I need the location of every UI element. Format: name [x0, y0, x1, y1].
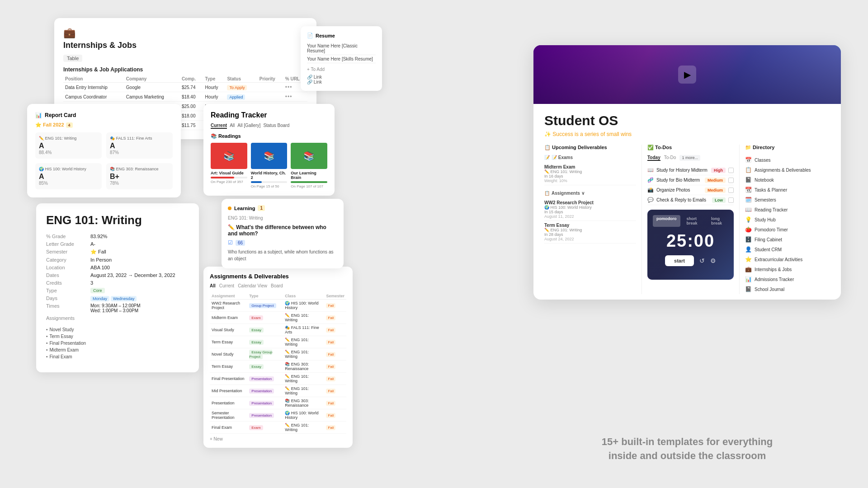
tab-all[interactable]: All [230, 123, 235, 129]
books-row: 📚 Art: Visual Guide On Page 230 of 357 📚… [211, 143, 327, 188]
tab-gallery[interactable]: All [Gallery] [237, 123, 260, 129]
sos-content: Student OS ✨ Success is a series of smal… [533, 104, 841, 300]
dir-icon: 📅 [745, 157, 752, 163]
todo-tab-todo[interactable]: To-Do [664, 155, 676, 161]
dir-item-school-journal[interactable]: 📓School Journal [745, 284, 830, 294]
resume-item-1[interactable]: Your Name Here [Classic Resume] [307, 42, 376, 55]
grade-pct-label: % Grade [46, 234, 87, 239]
book-title: World History, Ch. 2 [251, 171, 288, 180]
tab-board-assignments[interactable]: Board [271, 283, 283, 288]
grade-letter: A [39, 142, 98, 150]
todo-checkbox[interactable] [728, 188, 734, 193]
book-progress-bar [291, 181, 327, 183]
grade-pct: 78% [110, 181, 169, 186]
todo-item: 📖 Study for History Midterm High [647, 165, 734, 175]
dir-item-student-crm[interactable]: 👤Student CRM [745, 244, 830, 254]
cell-asem: Fall [324, 385, 346, 397]
table-tab[interactable]: Table [63, 55, 82, 62]
grade-cell: 📚 ENG 303: RenaissanceB+78% [106, 163, 173, 189]
cell-aname: Presentation [210, 397, 247, 409]
todo-tab-today[interactable]: Today [647, 155, 660, 161]
dir-item-admissions-tracker[interactable]: 📊Admissions Tracker [745, 274, 830, 284]
assignment-row: Novel Study Essay Group Project ✏️ ENG 1… [210, 348, 346, 361]
dir-item-pomodoro-timer[interactable]: 🍅Pomodoro Timer [745, 225, 830, 235]
col-class-h: Class [283, 293, 324, 300]
reset-icon[interactable]: ↺ [699, 257, 705, 264]
type-badge: Exam [249, 425, 263, 430]
todo-tabs: Today To-Do 1 more... [647, 155, 734, 161]
todo-text: Organize Photos [656, 188, 702, 192]
learning-answer: Who functions as a subject, while whom f… [228, 249, 337, 262]
todo-tab-more[interactable]: 1 more... [679, 155, 700, 161]
cell-comp: $18.40 [180, 92, 203, 102]
tab-status[interactable]: Status Board [263, 123, 289, 129]
tab-current[interactable]: Current [211, 123, 227, 129]
dir-item-study-hub[interactable]: 💡Study Hub [745, 215, 830, 225]
dir-item-tasks-&-planner[interactable]: 📆Tasks & Planner [745, 185, 830, 195]
cell-asem: Fall [324, 397, 346, 409]
course-label: 📚 ENG 303: Renaissance [110, 167, 169, 171]
dir-icon: 🗓️ [745, 197, 752, 203]
cell-aclass: 🌍 HIS 100: World History [283, 300, 324, 312]
resume-link-2[interactable]: 🔗 Link [307, 80, 376, 84]
dir-label: Tasks & Planner [755, 188, 787, 192]
todo-checkbox[interactable] [728, 197, 734, 203]
tagline-line2: inside and outside the classroom [533, 449, 841, 463]
todo-checkbox[interactable] [728, 178, 734, 183]
eng101-assignments: •Novel Study•Term Essay•Final Presentati… [46, 326, 86, 360]
directory-list: 📅Classes📋Assignments & Deliverables📓Note… [745, 155, 830, 294]
course-label: 🌍 HIS 100: World History [39, 167, 98, 171]
grade-pct: 85% [39, 181, 98, 186]
settings-icon[interactable]: ⚙ [710, 257, 716, 264]
dir-item-semesters[interactable]: 🗓️Semesters [745, 195, 830, 205]
todo-checkbox[interactable] [728, 168, 734, 173]
pom-tab-pomodoro[interactable]: pomodoro [653, 215, 680, 227]
dir-item-notebook[interactable]: 📓Notebook [745, 175, 830, 185]
dir-icon: ⭐ [745, 256, 752, 263]
resume-item-2[interactable]: Your Name Here [Skills Resume] [307, 55, 376, 63]
book-progress-fill [291, 181, 327, 183]
assignment-row: Term Essay Essay 📚 ENG 303: Renaissance … [210, 361, 346, 373]
pom-tab-short[interactable]: short break [683, 215, 705, 227]
dir-item-classes[interactable]: 📅Classes [745, 155, 830, 165]
exams-icon: 📝 [544, 155, 550, 160]
cell-atype: Exam [247, 312, 283, 324]
cell-atype: Essay [247, 324, 283, 336]
type-badge: Exam [249, 315, 263, 320]
assignments-section: 📋 Assignments ∨ WW2 Research Project 🌍 H… [544, 191, 636, 244]
dir-item-internships-&-jobs[interactable]: 💼Internships & Jobs [745, 264, 830, 274]
book-card: 📚 Our Learning Brain On Page 107 of 107 [291, 143, 327, 188]
grade-cell: ✏️ ENG 101: WritingA88.4% [35, 132, 102, 159]
dir-item-filing-cabinet[interactable]: 🗄️Filing Cabinet [745, 235, 830, 244]
type-badge: Presentation [249, 413, 274, 418]
play-icon[interactable]: ▶ [678, 66, 696, 84]
todo-icon: 📖 [647, 167, 654, 173]
tab-calendar-assignments[interactable]: Calendar View [238, 283, 267, 288]
assignments-new[interactable]: + New [210, 436, 346, 441]
type-badge: Group Project [249, 303, 276, 308]
learning-dot [228, 206, 231, 210]
cell-aclass: 📚 ENG 303: Renaissance [283, 397, 324, 409]
resume-link-1[interactable]: 🔗 Link [307, 75, 376, 80]
tab-all-assignments[interactable]: All [210, 283, 216, 288]
dir-item-assignments-&-deliverables[interactable]: 📋Assignments & Deliverables [745, 165, 830, 175]
pom-tab-long[interactable]: long break [708, 215, 728, 227]
dir-item-reading-tracker[interactable]: 📖Reading Tracker [745, 205, 830, 215]
pomodoro-start-button[interactable]: start [665, 255, 694, 266]
readings-section: 📚 Readings [211, 133, 327, 139]
cell-aname: Semester Presentation [210, 409, 247, 422]
cell-asem: Fall [324, 312, 346, 324]
dir-icon: 📖 [745, 206, 752, 213]
grade-cell: 🎭 FALS 111: Fine ArtsA87% [106, 132, 173, 159]
book-progress-bar [251, 181, 288, 183]
exam-item-1: Midterm Exam ✏️ ENG 101: Writing In 16 d… [544, 163, 636, 185]
panel-assignments: Assignments & Deliverables All Current C… [203, 267, 353, 448]
dir-label: Classes [755, 158, 771, 163]
course-label: ✏️ ENG 101: Writing [39, 136, 98, 141]
cell-aclass: ✏️ ENG 101: Writing [283, 373, 324, 385]
resume-add[interactable]: + To Add [307, 67, 376, 72]
tab-current-assignments[interactable]: Current [219, 283, 234, 288]
col-type-h: Type [247, 293, 283, 300]
dir-item-extracurricular-activities[interactable]: ⭐Extracurricular Activities [745, 254, 830, 264]
book-progress-fill [211, 177, 234, 178]
